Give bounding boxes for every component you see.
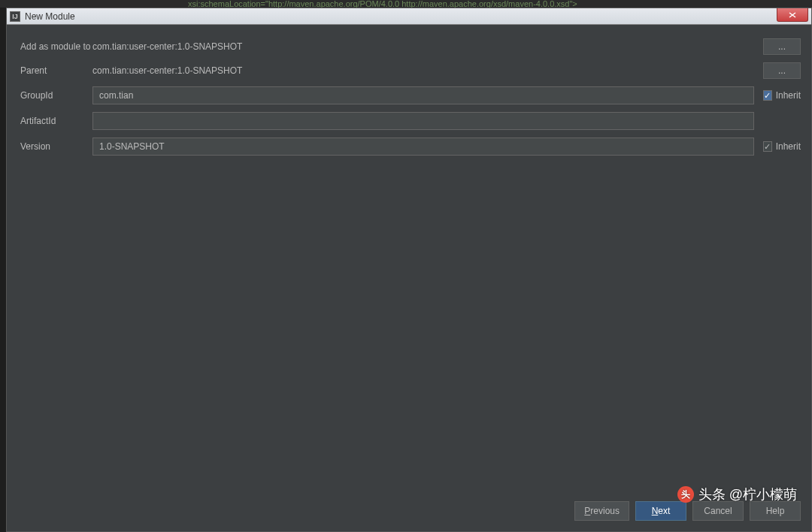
cancel-button[interactable]: Cancel: [692, 501, 744, 521]
parent-browse-button[interactable]: ...: [763, 62, 801, 79]
groupid-inherit-checkbox[interactable]: [763, 90, 772, 101]
version-row: Version Inherit: [20, 138, 801, 156]
titlebar[interactable]: IJ New Module: [7, 8, 811, 25]
previous-button[interactable]: Previous: [574, 501, 629, 521]
version-inherit-checkbox[interactable]: [763, 141, 772, 152]
parent-value: com.tian:user-center:1.0-SNAPSHOT: [92, 65, 754, 76]
artifactid-input[interactable]: [92, 112, 754, 130]
add-as-module-value: com.tian:user-center:1.0-SNAPSHOT: [92, 41, 754, 52]
dialog-content: Add as module to com.tian:user-center:1.…: [7, 25, 811, 531]
close-button[interactable]: [777, 8, 808, 22]
intellij-icon: IJ: [10, 11, 20, 22]
editor-background-code: xsi:schemaLocation="http://maven.apache.…: [0, 0, 812, 8]
next-rest: ext: [658, 506, 670, 516]
parent-row: Parent com.tian:user-center:1.0-SNAPSHOT…: [20, 62, 801, 79]
parent-label: Parent: [20, 65, 92, 76]
version-label: Version: [20, 141, 92, 152]
version-inherit-wrap: Inherit: [763, 141, 801, 152]
add-as-module-row: Add as module to com.tian:user-center:1.…: [20, 38, 801, 55]
version-input[interactable]: [92, 138, 754, 156]
add-as-module-label: Add as module to: [20, 41, 92, 52]
add-as-module-browse-button[interactable]: ...: [763, 38, 801, 55]
artifactid-row: ArtifactId: [20, 112, 801, 130]
new-module-dialog: IJ New Module Add as module to com.tian:…: [6, 8, 812, 532]
groupid-input[interactable]: [92, 86, 754, 104]
dialog-footer: Previous Next Cancel Help: [20, 492, 801, 521]
groupid-row: GroupId Inherit: [20, 86, 801, 104]
groupid-inherit-label: Inherit: [776, 90, 801, 101]
previous-rest: revious: [590, 506, 620, 516]
groupid-inherit-wrap: Inherit: [763, 90, 801, 101]
help-button[interactable]: Help: [750, 501, 801, 521]
close-icon: [789, 12, 796, 18]
dialog-title: New Module: [25, 11, 75, 22]
version-inherit-label: Inherit: [776, 141, 801, 152]
groupid-label: GroupId: [20, 90, 92, 101]
next-button[interactable]: Next: [635, 501, 686, 521]
artifactid-label: ArtifactId: [20, 116, 92, 126]
